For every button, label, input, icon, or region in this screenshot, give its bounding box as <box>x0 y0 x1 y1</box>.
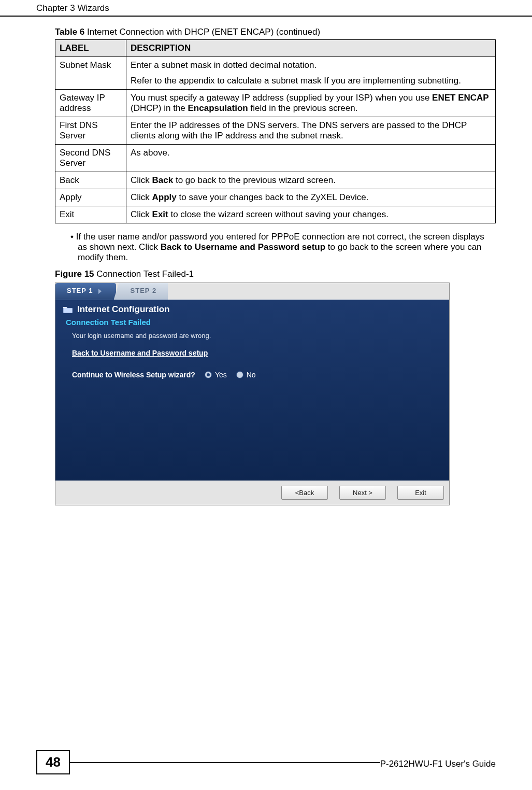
cell-desc: Enter the IP addresses of the DNS server… <box>126 117 496 145</box>
continue-wireless-question: Continue to Wireless Setup wizard? Yes N… <box>72 371 442 379</box>
cell-desc: As above. <box>126 145 496 172</box>
cell-label: Exit <box>55 206 126 223</box>
cell-label: First DNS Server <box>55 117 126 145</box>
guide-title: P-2612HWU-F1 User's Guide <box>380 756 496 769</box>
radio-icon <box>236 371 243 378</box>
desc-line: Refer to the appendix to calculate a sub… <box>131 76 491 86</box>
question-text: Continue to Wireless Setup wizard? <box>72 371 195 379</box>
tab-step1[interactable]: STEP 1 <box>55 283 116 300</box>
radio-icon <box>205 371 212 378</box>
chapter-label: Chapter 3 Wizards <box>36 3 109 13</box>
figure-title-text: Connection Test Failed-1 <box>94 269 194 279</box>
exit-button[interactable]: Exit <box>397 486 444 500</box>
table-row: First DNS Server Enter the IP addresses … <box>55 117 496 145</box>
table-row: Subnet Mask Enter a subnet mask in dotte… <box>55 57 496 90</box>
figure-number: Figure 15 <box>55 269 94 279</box>
radio-label: Yes <box>215 371 227 379</box>
cell-desc: Click Back to go back to the previous wi… <box>126 172 496 189</box>
error-message: Your login username and password are wro… <box>72 332 442 340</box>
table-row: Apply Click Apply to save your changes b… <box>55 189 496 206</box>
description-table: LABEL DESCRIPTION Subnet Mask Enter a su… <box>55 39 496 223</box>
connection-test-failed-heading: Connection Test Failed <box>66 318 442 327</box>
wizard-panel: Internet Configuration Connection Test F… <box>55 300 449 481</box>
back-to-username-password-link[interactable]: Back to Username and Password setup <box>72 349 208 357</box>
cell-desc: Click Apply to save your changes back to… <box>126 189 496 206</box>
next-button[interactable]: Next > <box>339 486 386 500</box>
radio-no[interactable]: No <box>236 371 256 379</box>
body-paragraph: • If the user name and/or password you e… <box>70 232 496 263</box>
table-caption: Table 6 Internet Connection with DHCP (E… <box>55 27 496 37</box>
cell-label: Back <box>55 172 126 189</box>
desc-line: Enter a subnet mask in dotted decimal no… <box>131 60 491 70</box>
radio-yes[interactable]: Yes <box>205 371 227 379</box>
wizard-button-bar: <Back Next > Exit <box>55 481 449 505</box>
chevron-right-icon <box>98 289 102 294</box>
running-header: Chapter 3 Wizards <box>0 0 532 17</box>
cell-label: Apply <box>55 189 126 206</box>
page-number: 48 <box>36 750 70 774</box>
panel-title: Internet Configuration <box>77 304 169 315</box>
table-row: Gateway IP address You must specify a ga… <box>55 90 496 117</box>
table-number: Table 6 <box>55 27 84 37</box>
th-label: LABEL <box>55 40 126 57</box>
wizard-screenshot: STEP 1 STEP 2 Internet Configuration Con… <box>55 283 450 505</box>
wizard-step-tabs: STEP 1 STEP 2 <box>55 283 449 300</box>
radio-label: No <box>247 371 256 379</box>
footer-rule <box>70 762 380 763</box>
th-description: DESCRIPTION <box>126 40 496 57</box>
table-row: Second DNS Server As above. <box>55 145 496 172</box>
folder-icon <box>63 305 73 314</box>
table-title-text: Internet Connection with DHCP (ENET ENCA… <box>84 27 320 37</box>
cell-desc: Click Exit to close the wizard screen wi… <box>126 206 496 223</box>
table-row: Back Click Back to go back to the previo… <box>55 172 496 189</box>
tab-step2[interactable]: STEP 2 <box>114 283 168 300</box>
back-button[interactable]: <Back <box>281 486 328 500</box>
table-row: Exit Click Exit to close the wizard scre… <box>55 206 496 223</box>
cell-desc: You must specify a gateway IP address (s… <box>126 90 496 117</box>
cell-label: Second DNS Server <box>55 145 126 172</box>
cell-label: Gateway IP address <box>55 90 126 117</box>
cell-label: Subnet Mask <box>55 57 126 90</box>
page-footer: 48 P-2612HWU-F1 User's Guide <box>0 750 532 774</box>
panel-header: Internet Configuration <box>63 304 442 315</box>
figure-caption: Figure 15 Connection Test Failed-1 <box>55 269 496 279</box>
cell-desc: Enter a subnet mask in dotted decimal no… <box>126 57 496 90</box>
